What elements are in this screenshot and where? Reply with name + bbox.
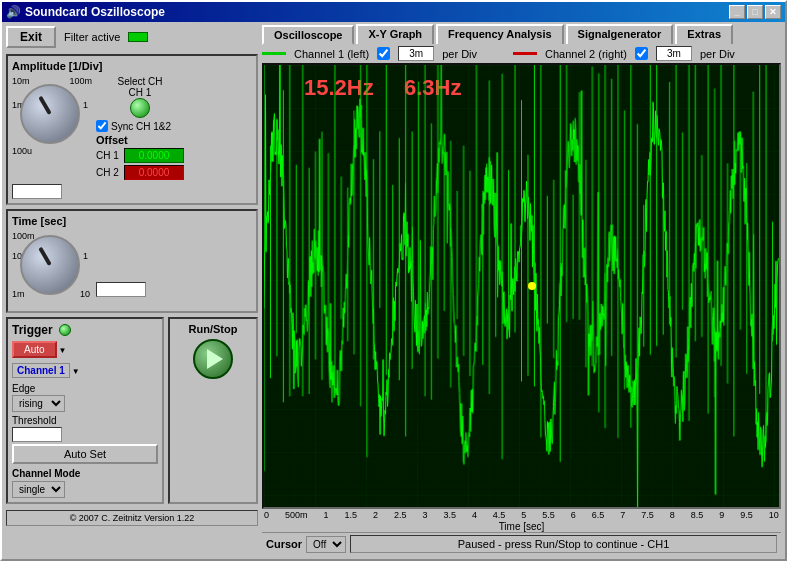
time-label-1m: 1m bbox=[12, 289, 25, 299]
trigger-threshold-label: Threshold bbox=[12, 415, 158, 426]
exit-button[interactable]: Exit bbox=[6, 26, 56, 48]
ch2-per-div-input[interactable] bbox=[656, 46, 692, 61]
ch2-visible-checkbox[interactable] bbox=[635, 47, 648, 60]
amplitude-panel: Amplitude [1/Div] 10m 100m 1m 1 100u bbox=[6, 54, 258, 205]
trigger-runstop-row: Trigger Auto ▼ Channel 1 ▼ Edge bbox=[6, 317, 258, 504]
offset-title: Offset bbox=[96, 134, 184, 146]
status-text: Paused - press Run/Stop to continue - CH… bbox=[350, 535, 777, 553]
amplitude-inner: 10m 100m 1m 1 100u Select CH CH 1 bbox=[12, 76, 252, 180]
trigger-threshold-input[interactable]: 0.01 bbox=[12, 427, 62, 442]
trigger-edge-section: Edge rising falling bbox=[12, 383, 158, 412]
ch1-label: CH 1 bbox=[129, 87, 152, 98]
ch1-led[interactable] bbox=[130, 98, 150, 118]
time-knob[interactable] bbox=[20, 235, 80, 295]
channel-row: Channel 1 (left) per Div Channel 2 (righ… bbox=[262, 46, 781, 61]
trigger-title: Trigger bbox=[12, 323, 158, 337]
tabs-row: Oscilloscope X-Y Graph Frequency Analysi… bbox=[262, 24, 781, 44]
ch2-offset-label: CH 2 bbox=[96, 167, 120, 178]
amp-label-100u: 100u bbox=[12, 146, 32, 156]
trigger-autoset-button[interactable]: Auto Set bbox=[12, 444, 158, 464]
amplitude-right-controls: Select CH CH 1 Sync CH 1&2 Offset CH 1 bbox=[96, 76, 184, 180]
copyright-text: © 2007 C. Zeitnitz Version 1.22 bbox=[6, 510, 258, 526]
ch1-line-indicator bbox=[262, 52, 286, 55]
ch2-offset-input[interactable]: 0.0000 bbox=[124, 165, 184, 180]
left-top-bar: Exit Filter active bbox=[6, 26, 258, 48]
ch2-line-indicator bbox=[513, 52, 537, 55]
time-label-100m: 100m bbox=[12, 231, 35, 241]
time-input-area: 10 bbox=[96, 282, 146, 297]
trigger-panel: Trigger Auto ▼ Channel 1 ▼ Edge bbox=[6, 317, 164, 504]
tab-frequency-analysis[interactable]: Frequency Analysis bbox=[436, 24, 564, 44]
scope-display: 15.2Hz 6.3Hz bbox=[262, 63, 781, 509]
titlebar-left: 🔊 Soundcard Oszilloscope bbox=[6, 5, 165, 19]
tab-extras[interactable]: Extras bbox=[675, 24, 733, 44]
amplitude-knob-container: 10m 100m 1m 1 100u bbox=[12, 76, 92, 156]
sync-checkbox[interactable] bbox=[96, 120, 108, 132]
cursor-select[interactable]: Off On bbox=[306, 536, 346, 553]
trigger-edge-select[interactable]: rising falling bbox=[12, 395, 65, 412]
amp-label-100m: 100m bbox=[69, 76, 92, 86]
ch1-offset-row: CH 1 0.0000 bbox=[96, 148, 184, 163]
cursor-dot bbox=[528, 282, 536, 290]
bottom-bar: Cursor Off On Paused - press Run/Stop to… bbox=[262, 532, 781, 555]
time-value-input[interactable]: 10 bbox=[96, 282, 146, 297]
runstop-button[interactable] bbox=[193, 339, 233, 379]
filter-active-label: Filter active bbox=[64, 31, 120, 43]
cursor-label: Cursor bbox=[266, 538, 302, 550]
main-window: 🔊 Soundcard Oszilloscope _ □ ✕ Exit Filt… bbox=[0, 0, 787, 561]
ch2-offset-row: CH 2 0.0000 bbox=[96, 165, 184, 180]
trigger-edge-label: Edge bbox=[12, 383, 158, 394]
amp-label-10m: 10m bbox=[12, 76, 30, 86]
right-panel: Oscilloscope X-Y Graph Frequency Analysi… bbox=[262, 22, 785, 559]
offset-section: Offset CH 1 0.0000 CH 2 0.0000 bbox=[96, 134, 184, 180]
close-button[interactable]: ✕ bbox=[765, 5, 781, 19]
app-icon: 🔊 bbox=[6, 5, 21, 19]
trigger-channel-button[interactable]: Channel 1 bbox=[12, 363, 70, 378]
select-ch-area: Select CH CH 1 bbox=[96, 76, 184, 118]
waveform-canvas bbox=[264, 65, 779, 507]
minimize-button[interactable]: _ bbox=[729, 5, 745, 19]
left-panel: Exit Filter active Amplitude [1/Div] 10m… bbox=[2, 22, 262, 559]
amplitude-knob[interactable] bbox=[20, 84, 80, 144]
ch1-offset-input[interactable]: 0.0000 bbox=[124, 148, 184, 163]
trigger-channel-chevron: ▼ bbox=[72, 367, 80, 376]
ch1-offset-label: CH 1 bbox=[96, 150, 120, 161]
time-label-10: 10 bbox=[80, 289, 90, 299]
tab-xy-graph[interactable]: X-Y Graph bbox=[356, 24, 434, 44]
ch1-label-display: Channel 1 (left) bbox=[294, 48, 369, 60]
app-title: Soundcard Oszilloscope bbox=[25, 5, 165, 19]
trigger-threshold-section: Threshold 0.01 bbox=[12, 415, 158, 442]
amp-label-1: 1 bbox=[83, 100, 88, 110]
amplitude-value-input[interactable]: 0.003 bbox=[12, 184, 62, 199]
titlebar: 🔊 Soundcard Oszilloscope _ □ ✕ bbox=[2, 2, 785, 22]
runstop-title: Run/Stop bbox=[189, 323, 238, 335]
play-icon bbox=[207, 349, 223, 369]
amplitude-title: Amplitude [1/Div] bbox=[12, 60, 252, 72]
trigger-auto-chevron: ▼ bbox=[59, 346, 67, 355]
time-inner: 100m 10m 1 1m 10 10 bbox=[12, 231, 252, 307]
runstop-panel: Run/Stop bbox=[168, 317, 258, 504]
trigger-led bbox=[59, 324, 71, 336]
channel-mode-row: single dual bbox=[12, 481, 158, 498]
time-label-1: 1 bbox=[83, 251, 88, 261]
ch2-per-div-suffix: per Div bbox=[700, 48, 735, 60]
ch1-per-div-suffix: per Div bbox=[442, 48, 477, 60]
tab-signal-generator[interactable]: Signalgenerator bbox=[566, 24, 674, 44]
maximize-button[interactable]: □ bbox=[747, 5, 763, 19]
time-knob-container: 100m 10m 1 1m 10 bbox=[12, 231, 92, 307]
time-axis-ticks: 0 500m 1 1.5 2 2.5 3 3.5 4 4.5 5 5.5 6 6… bbox=[262, 509, 781, 521]
ch1-visible-checkbox[interactable] bbox=[377, 47, 390, 60]
amplitude-bottom: 0.003 bbox=[12, 184, 252, 199]
time-title: Time [sec] bbox=[12, 215, 252, 227]
select-ch-label: Select CH bbox=[117, 76, 162, 87]
ch1-per-div-input[interactable] bbox=[398, 46, 434, 61]
channel-mode-label: Channel Mode bbox=[12, 468, 158, 479]
time-axis-label: Time [sec] bbox=[262, 521, 781, 532]
filter-indicator bbox=[128, 32, 148, 42]
main-content: Exit Filter active Amplitude [1/Div] 10m… bbox=[2, 22, 785, 559]
trigger-channel-row: Channel 1 ▼ bbox=[12, 363, 158, 380]
sync-row: Sync CH 1&2 bbox=[96, 120, 184, 132]
channel-mode-select[interactable]: single dual bbox=[12, 481, 65, 498]
trigger-auto-button[interactable]: Auto bbox=[12, 341, 57, 358]
tab-oscilloscope[interactable]: Oscilloscope bbox=[262, 25, 354, 45]
